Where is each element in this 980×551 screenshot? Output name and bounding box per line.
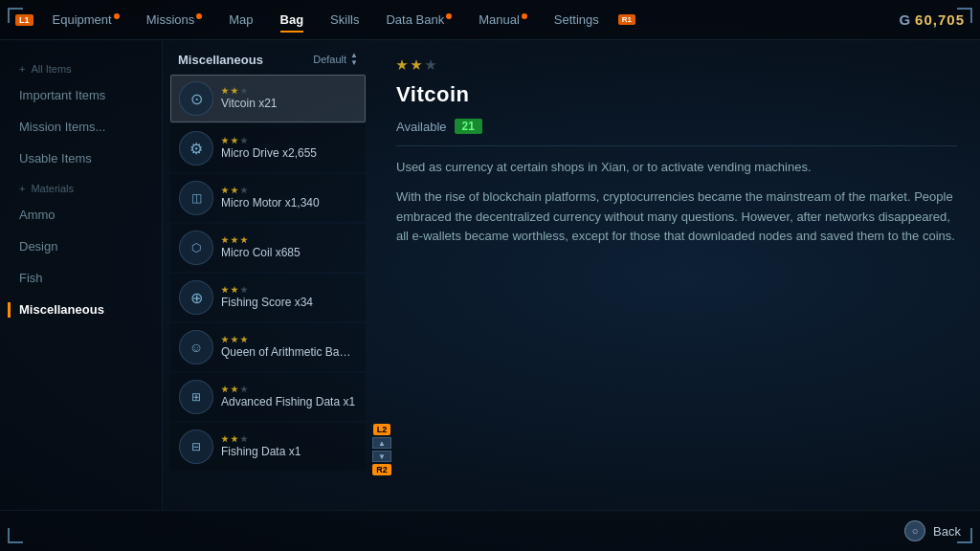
item-icon-fishingscore: ⊕ [179, 280, 213, 315]
available-count: 21 [455, 119, 482, 134]
available-label: Available [396, 120, 447, 134]
list-item[interactable]: ⊞ Advanced Fishing Data x1 [170, 373, 366, 421]
sidebar-item-miscellaneous[interactable]: Miscellaneous [0, 295, 162, 324]
item-name-queenbadge: Queen of Arithmetic Badge x1 [221, 345, 357, 359]
star-1 [221, 187, 229, 194]
sort-label: Default [313, 54, 346, 65]
sidebar-item-fish[interactable]: Fish [0, 263, 162, 293]
sidebar-section-materials: Materials [0, 175, 162, 198]
list-item[interactable]: ⊟ Fishing Data x1 L2 ▲ ▼ R2 [170, 423, 366, 471]
list-item[interactable]: ⊕ Fishing Score x34 [170, 274, 366, 321]
item-info-advfishingdata: Advanced Fishing Data x1 [221, 386, 357, 408]
item-stars-microcoil [221, 236, 357, 244]
item-name-vitcoin: Vitcoin x21 [221, 97, 357, 110]
item-name-fishingscore: Fishing Score x34 [221, 296, 357, 309]
sidebar-item-ammo[interactable]: Ammo [0, 200, 162, 230]
detail-star-1 [396, 59, 408, 71]
nav-item-databank[interactable]: Data Bank [374, 9, 463, 31]
star-3 [240, 187, 248, 194]
nav-dot-equipment [114, 13, 120, 19]
item-info-vitcoin: Vitcoin x21 [221, 87, 357, 110]
star-3 [240, 87, 248, 95]
currency-display: G60,705 [899, 11, 965, 28]
item-icon-advfishingdata: ⊞ [179, 380, 213, 414]
description-line-2: With the rise of blockchain platforms, c… [396, 187, 957, 247]
star-2 [231, 336, 238, 343]
nav-dot-manual [522, 13, 527, 19]
panel-sort[interactable]: Default ▲ ▼ [313, 52, 358, 67]
list-item[interactable]: ⊙ Vitcoin x21 [170, 75, 366, 122]
item-stars-advfishingdata [221, 386, 357, 393]
item-stars-fishingscore [221, 286, 357, 294]
top-nav: L1 Equipment Missions Map Bag Skills Dat… [0, 0, 980, 40]
list-item[interactable]: ◫ Micro Motor x1,340 [170, 174, 366, 222]
nav-item-manual[interactable]: Manual [467, 9, 539, 31]
nav-item-skills[interactable]: Skills [319, 9, 370, 31]
sidebar-item-design[interactable]: Design [0, 231, 162, 261]
item-info-queenbadge: Queen of Arithmetic Badge x1 [221, 336, 357, 359]
star-3 [240, 236, 248, 244]
item-list-panel: Miscellaneous Default ▲ ▼ ⊙ [163, 40, 373, 510]
detail-title: Vitcoin [396, 82, 957, 107]
star-2 [231, 187, 238, 194]
corner-decoration-bl [8, 528, 23, 543]
sort-arrows: ▲ ▼ [350, 52, 358, 67]
detail-star-2 [411, 59, 422, 71]
corner-decoration-br [957, 528, 972, 543]
item-icon-microdrive: ⚙ [179, 131, 213, 165]
corner-decoration-tr [957, 8, 972, 23]
sidebar: All Items Important Items Mission Items.… [0, 40, 163, 510]
sidebar-section-materials-label: Materials [31, 183, 74, 194]
back-button[interactable]: ○ Back [904, 520, 961, 541]
main-content: All Items Important Items Mission Items.… [0, 40, 980, 510]
scroll-down-badge: R2 [372, 464, 391, 475]
star-1 [221, 286, 229, 294]
nav-item-map[interactable]: Map [217, 9, 264, 31]
star-3 [240, 286, 248, 294]
nav-item-settings[interactable]: Settings [543, 9, 611, 31]
nav-badge-r1: R1 [618, 14, 635, 25]
star-2 [231, 286, 238, 294]
item-stars-microdrive [221, 137, 357, 144]
star-1 [221, 236, 229, 244]
item-name-microdrive: Micro Drive x2,655 [221, 146, 357, 160]
star-1 [221, 137, 229, 144]
nav-item-missions[interactable]: Missions [135, 9, 214, 31]
detail-panel: Vitcoin Available 21 Used as currency at… [373, 40, 980, 510]
star-2 [231, 137, 238, 144]
detail-divider [396, 145, 957, 146]
star-2 [231, 386, 238, 393]
star-1 [221, 386, 229, 393]
item-name-micromotor: Micro Motor x1,340 [221, 196, 357, 209]
item-info-microdrive: Micro Drive x2,655 [221, 137, 357, 160]
star-3 [240, 336, 248, 343]
sidebar-section-all-label: All Items [31, 63, 71, 75]
sidebar-section-all: All Items [0, 55, 162, 78]
list-item[interactable]: ⚙ Micro Drive x2,655 [170, 124, 366, 172]
back-icon: ○ [904, 520, 925, 541]
scroll-up-btn[interactable]: ▲ [372, 437, 391, 449]
item-info-fishingdata: Fishing Data x1 [221, 435, 357, 458]
nav-dot-missions [196, 13, 202, 19]
nav-item-bag[interactable]: Bag [269, 9, 316, 31]
nav-item-equipment[interactable]: Equipment [41, 9, 131, 31]
star-1 [221, 336, 229, 343]
detail-stars [396, 59, 957, 71]
bottom-bar: ○ Back [0, 510, 980, 551]
list-item[interactable]: ⬡ Micro Coil x685 [170, 224, 366, 272]
scroll-up-badge: L2 [373, 424, 391, 435]
detail-star-3 [425, 59, 436, 71]
sidebar-item-important[interactable]: Important Items [0, 80, 162, 110]
star-1 [221, 87, 229, 95]
list-item[interactable]: ☺ Queen of Arithmetic Badge x1 [170, 323, 366, 371]
item-stars-queenbadge [221, 336, 357, 343]
item-stars-vitcoin [221, 87, 357, 95]
star-3 [240, 435, 248, 443]
item-icon-queenbadge: ☺ [179, 330, 213, 364]
item-name-fishingdata: Fishing Data x1 [221, 445, 357, 458]
sidebar-item-usable[interactable]: Usable Items [0, 143, 162, 173]
item-icon-microcoil: ⬡ [179, 231, 213, 265]
sidebar-item-mission[interactable]: Mission Items... [0, 112, 162, 142]
item-info-fishingscore: Fishing Score x34 [221, 286, 357, 309]
scroll-down-btn[interactable]: ▼ [372, 451, 391, 462]
